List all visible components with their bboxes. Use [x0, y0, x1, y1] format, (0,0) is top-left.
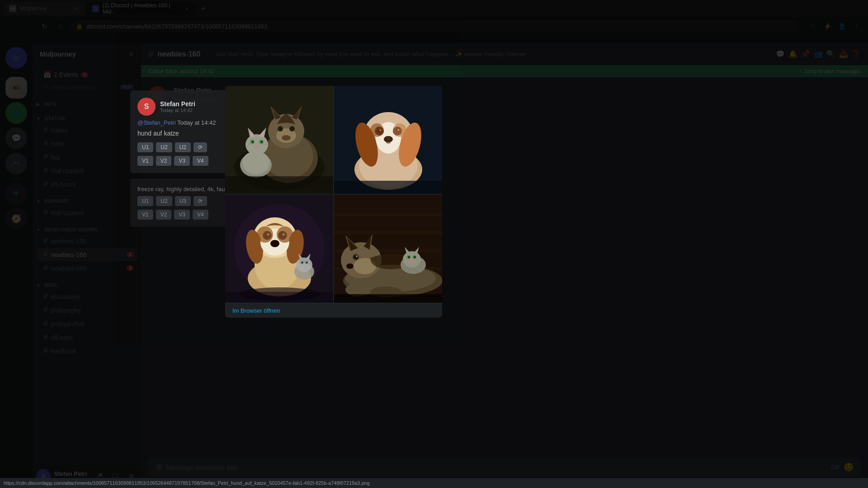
grid-image-tl[interactable]	[225, 86, 333, 194]
image-grid	[225, 86, 442, 303]
second-v1[interactable]: V1	[137, 210, 153, 220]
svg-point-62	[277, 226, 293, 243]
svg-point-64	[296, 258, 312, 272]
gsd-cat-lying-image-br	[334, 195, 442, 303]
second-prompt-text: freeze ray, highly detailed, 4k, fau...	[137, 186, 230, 192]
svg-point-69	[302, 262, 303, 263]
svg-point-42	[386, 137, 391, 140]
svg-point-61	[257, 226, 273, 243]
dog-cat-image-tl	[225, 86, 333, 194]
svg-point-60	[270, 240, 279, 247]
variation-v4[interactable]: V4	[193, 156, 208, 166]
svg-point-70	[307, 262, 308, 263]
context-time: Today at 14:42	[160, 108, 195, 113]
upscale-u1[interactable]: U1	[137, 142, 153, 152]
second-v3[interactable]: V3	[174, 210, 190, 220]
svg-point-44	[393, 123, 406, 137]
svg-rect-102	[334, 294, 442, 303]
grid-image-tr[interactable]	[334, 86, 442, 194]
svg-point-17	[245, 134, 268, 155]
image-overlay: S Stefan Petri Today at 14:42 @Stefan_Pe…	[0, 0, 868, 488]
svg-point-13	[292, 127, 293, 129]
grid-image-bl[interactable]	[225, 195, 333, 303]
second-u3[interactable]: U3	[175, 196, 191, 206]
variation-v2[interactable]: V2	[156, 156, 172, 166]
svg-rect-75	[334, 213, 442, 216]
second-u4[interactable]: ⟳	[193, 196, 207, 206]
svg-point-43	[370, 123, 384, 137]
svg-point-90	[346, 263, 354, 269]
svg-point-26	[255, 145, 259, 148]
svg-point-98	[414, 256, 416, 258]
svg-point-89	[356, 256, 358, 257]
svg-rect-76	[334, 231, 442, 235]
svg-point-24	[252, 141, 254, 143]
second-u1[interactable]: U1	[137, 196, 153, 206]
svg-rect-72	[225, 292, 333, 303]
spaniel-image-tr	[334, 86, 442, 194]
svg-point-99	[410, 259, 414, 262]
variation-v3[interactable]: V3	[174, 156, 190, 166]
image-grid-wrapper[interactable]: Im Browser öffnen	[225, 86, 442, 318]
second-v4[interactable]: V4	[193, 210, 208, 220]
second-v2[interactable]: V2	[156, 210, 172, 220]
open-browser-link[interactable]: Im Browser öffnen	[232, 307, 280, 314]
upscale-u4[interactable]: ⟳	[193, 142, 207, 152]
svg-point-25	[261, 141, 263, 143]
second-u2[interactable]: U2	[156, 196, 172, 206]
variation-v1[interactable]: V1	[137, 156, 153, 166]
context-author: Stefan Petri	[160, 100, 195, 108]
mention-text: @Stefan_Petri	[137, 119, 176, 126]
context-avatar: S	[137, 98, 156, 116]
status-bar: https://cdn.discordapp.com/attachments/1…	[0, 478, 868, 488]
svg-point-12	[280, 127, 282, 129]
grid-image-br[interactable]	[334, 195, 442, 303]
upscale-u2[interactable]: U2	[156, 142, 172, 152]
status-url: https://cdn.discordapp.com/attachments/1…	[4, 480, 370, 486]
svg-point-14	[282, 135, 291, 141]
upscale-u3[interactable]: U2	[175, 142, 191, 152]
svg-rect-27	[225, 176, 333, 194]
open-browser-bar: Im Browser öffnen	[225, 303, 442, 318]
beagle-kitten-image-bl	[225, 195, 333, 303]
svg-rect-45	[334, 181, 442, 194]
svg-point-97	[408, 256, 410, 258]
context-author-block: Stefan Petri Today at 14:42	[160, 100, 195, 113]
